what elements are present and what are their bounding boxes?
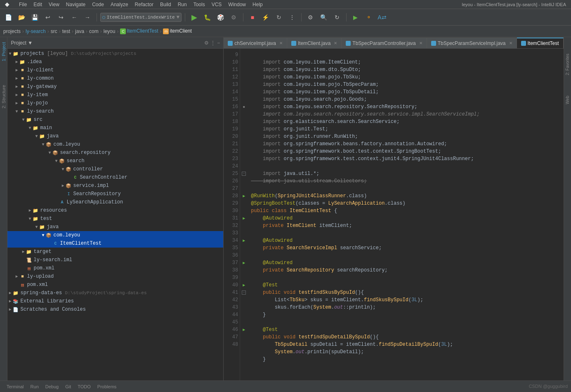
sync-button[interactable]: ↻ <box>273 12 285 23</box>
bottom-tab-terminal[interactable]: Terminal <box>3 381 27 392</box>
settings-button[interactable]: ⚙ <box>305 12 316 23</box>
tree-item-ly-upload[interactable]: ► ■ ly-upload <box>7 272 223 281</box>
tree-item-ly-search-iml[interactable]: ► 📜 ly-search.iml <box>7 256 223 264</box>
gutter-25[interactable]: − <box>242 172 246 176</box>
translate-button[interactable]: A⇄ <box>376 12 388 23</box>
menu-refactor[interactable]: Refactor <box>132 2 157 7</box>
tab-item-client[interactable]: ItemClient.java ✕ <box>287 38 342 48</box>
menu-run[interactable]: Run <box>175 2 190 7</box>
tree-item-ly-search[interactable]: ▼ ■ ly-search <box>7 107 223 116</box>
back-button[interactable]: ← <box>68 12 80 23</box>
tree-item-spring-data-es[interactable]: ► 📁 spring-data-es D:\studyProject\sprin… <box>7 289 223 297</box>
code-content[interactable]: import com.leyou.item.ItemClient; import… <box>248 49 563 380</box>
bottom-tab-todo[interactable]: TODO <box>74 381 94 392</box>
tree-item-idea[interactable]: ► 📁 .idea <box>7 58 223 66</box>
gutter-40[interactable]: ▶ <box>240 281 248 289</box>
run-button[interactable]: ▶ <box>189 12 200 23</box>
menu-help[interactable]: Help <box>249 2 266 7</box>
breadcrumb-projects[interactable]: projects <box>3 28 21 34</box>
tree-item-ly-common[interactable]: ► ■ ly-common <box>7 74 223 83</box>
tree-item-search-controller[interactable]: ► C SearchController <box>7 173 223 182</box>
tree-item-ly-gateway[interactable]: ► ■ ly-gateway <box>7 83 223 91</box>
update-button[interactable]: ↻ <box>331 12 343 23</box>
tree-item-java-test[interactable]: ▼ 📁 java <box>7 223 223 231</box>
tree-item-com-leyou-test[interactable]: ▼ 📦 com.leyou <box>7 231 223 239</box>
structure-panel-tab[interactable]: 2: Structure <box>0 82 7 112</box>
new-file-button[interactable]: 📄 <box>2 12 14 23</box>
tree-item-pom-search[interactable]: ► ▤ pom.xml <box>7 264 223 272</box>
tree-item-ly-search-app[interactable]: ► A LySearchApplication <box>7 198 223 206</box>
tree-item-projects[interactable]: ▼ 📁 projects [leyou] D:\studyProject\pro… <box>7 50 223 58</box>
tree-item-resources[interactable]: ► 📁 resources <box>7 206 223 215</box>
tab-close-tb-spec-ctrl[interactable]: ✕ <box>419 41 422 45</box>
gutter-46[interactable]: ▶ <box>240 326 248 333</box>
panel-layout-button[interactable]: ⋮ <box>210 40 215 46</box>
save-button[interactable]: 💾 <box>29 12 40 23</box>
favorites-tab[interactable]: 2: Favorites <box>565 54 570 75</box>
find-button[interactable]: 🔍 <box>318 12 330 23</box>
tree-item-external-libs[interactable]: ► 📚 External Libraries <box>7 297 223 305</box>
tab-close-ch-service-impl[interactable]: ✕ <box>279 41 283 45</box>
tab-close-tb-spec-svc[interactable]: ✕ <box>509 41 512 45</box>
menu-view[interactable]: View <box>45 2 63 7</box>
tree-item-test[interactable]: ▼ 📁 test <box>7 215 223 223</box>
more-button[interactable]: ⋮ <box>286 12 298 23</box>
tab-item-client-test[interactable]: ItemClientTest <box>517 38 564 48</box>
tree-item-main[interactable]: ▼ 📁 main <box>7 124 223 132</box>
menu-navigate[interactable]: Navigate <box>63 2 89 7</box>
open-button[interactable]: 📂 <box>16 12 27 23</box>
tree-item-com-leyou[interactable]: ▼ 📦 com.leyou <box>7 140 223 149</box>
tree-item-search-repo[interactable]: ▼ 📦 search.repository <box>7 149 223 157</box>
gutter-31[interactable]: ▶ <box>240 215 248 222</box>
undo-button[interactable]: ↩ <box>42 12 54 23</box>
tree-item-target[interactable]: ► 📁 target <box>7 248 223 256</box>
tree-item-ly-client[interactable]: ► ■ ly-client <box>7 66 223 74</box>
tree-item-search-repository[interactable]: ► I SearchRepository <box>7 190 223 198</box>
tree-item-ly-pojo[interactable]: ► ■ ly-pojo <box>7 99 223 107</box>
menu-vcs[interactable]: VCS <box>208 2 225 7</box>
debug-button[interactable]: 🐛 <box>202 12 213 23</box>
redo-button[interactable]: ↪ <box>55 12 67 23</box>
run-config-selector[interactable]: ◯ ItemClientTest.indexWrite ▼ <box>100 13 182 22</box>
panel-gear-button[interactable]: ⚙ <box>204 40 209 46</box>
profile-button[interactable]: ⚙ <box>228 12 240 23</box>
tab-tb-spec-param-svc[interactable]: TbSpecParamServiceImpl.java ✕ <box>427 38 517 48</box>
stop-button[interactable]: ■ <box>247 12 258 23</box>
menu-window[interactable]: Window <box>225 2 249 7</box>
tab-ch-service-impl[interactable]: chServiceImpl.java ✕ <box>224 38 287 48</box>
tab-tb-spec-param-ctrl[interactable]: TbSpecParamController.java ✕ <box>342 38 427 48</box>
gutter-34[interactable]: ▶ <box>240 237 248 244</box>
build-button[interactable]: ⚡ <box>260 12 271 23</box>
menu-tools[interactable]: Tools <box>190 2 208 7</box>
breadcrumb-java[interactable]: java <box>75 28 84 34</box>
breadcrumb-leyou[interactable]: leyou <box>104 28 116 34</box>
bottom-tab-debug[interactable]: Debug <box>42 381 62 392</box>
tree-item-search-pkg[interactable]: ▼ 📦 search <box>7 157 223 165</box>
tree-item-ly-item[interactable]: ► ■ ly-item <box>7 91 223 99</box>
breadcrumb-ly-search[interactable]: ly-search <box>26 28 46 34</box>
gutter-41[interactable]: − <box>242 290 246 295</box>
tree-item-java-main[interactable]: ▼ 📁 java <box>7 132 223 140</box>
debug2-button[interactable]: ⚬ <box>363 12 375 23</box>
project-panel-tab[interactable]: 1: Project <box>0 39 7 64</box>
breadcrumb-itemclienttest[interactable]: CItemClientTest <box>120 28 158 34</box>
bottom-tab-problems[interactable]: Problems <box>94 381 120 392</box>
gutter-37[interactable]: ▶ <box>240 259 248 267</box>
gutter-16[interactable]: ● <box>240 103 248 111</box>
breadcrumb-itemclient[interactable]: mitemClient <box>163 28 191 34</box>
menu-analyze[interactable]: Analyze <box>107 2 132 7</box>
panel-close-button[interactable]: − <box>217 40 220 46</box>
tree-item-src[interactable]: ▼ 📁 src <box>7 116 223 124</box>
run2-button[interactable]: ▶ <box>350 12 361 23</box>
breadcrumb-src[interactable]: src <box>51 28 57 34</box>
menu-build[interactable]: Build <box>157 2 175 7</box>
menu-edit[interactable]: Edit <box>30 2 45 7</box>
tree-item-service-impl[interactable]: ► 📦 service.impl <box>7 182 223 190</box>
forward-button[interactable]: → <box>82 12 93 23</box>
tree-item-controller[interactable]: ▼ 📦 controller <box>7 165 223 173</box>
coverage-button[interactable]: 🎲 <box>215 12 227 23</box>
run-config-dropdown[interactable]: ▼ <box>177 14 179 20</box>
tree-item-scratches[interactable]: ► 📄 Scratches and Consoles <box>7 305 223 314</box>
breadcrumb-test[interactable]: test <box>62 28 70 34</box>
breadcrumb-com[interactable]: com <box>89 28 99 34</box>
